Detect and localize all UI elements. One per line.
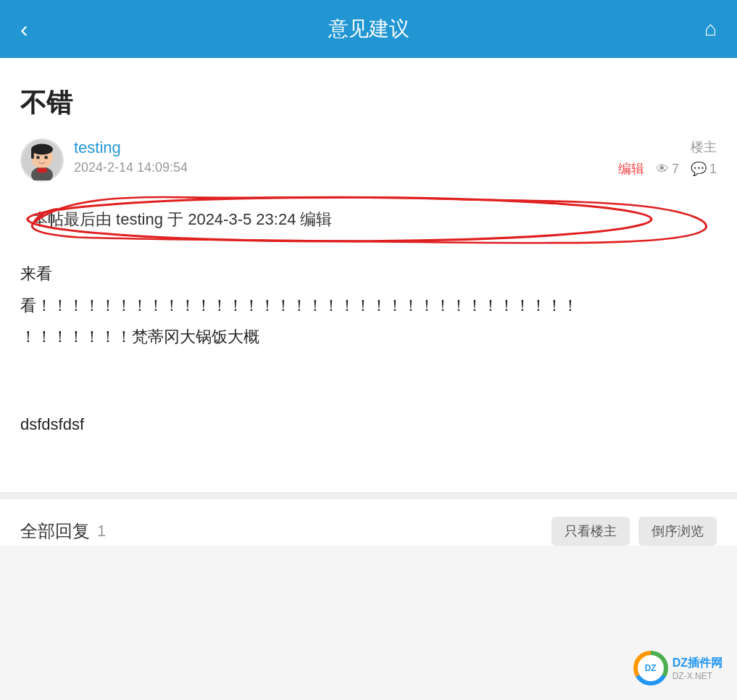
replies-section: 全部回复 1 只看楼主 倒序浏览 [0, 499, 737, 546]
dz-domain: DZ-X.NET [673, 671, 723, 681]
replies-label: 全部回复 [20, 520, 90, 543]
post-meta-right: 楼主 编辑 👁 7 💬 1 [618, 138, 717, 178]
svg-rect-4 [31, 149, 34, 159]
floor-label: 楼主 [691, 138, 717, 156]
section-divider [0, 492, 737, 499]
post-date: 2024-2-14 14:09:54 [74, 160, 188, 175]
post-meta-left: testing 2024-2-14 14:09:54 [20, 138, 188, 182]
replies-count-meta: 1 [709, 162, 717, 177]
svg-point-5 [36, 156, 40, 159]
replies-heading: 全部回复 1 [20, 520, 106, 543]
avatar [20, 138, 64, 182]
main-content: 不错 [0, 58, 737, 492]
author-name[interactable]: testing [74, 138, 188, 157]
author-info: testing 2024-2-14 14:09:54 [74, 138, 188, 175]
edit-button[interactable]: 编辑 [618, 160, 644, 178]
edit-note-wrapper: 本帖最后由 testing 于 2024-3-5 23:24 编辑 [20, 193, 717, 245]
replies-stat: 💬 1 [691, 161, 717, 177]
content-line-1: 来看 [20, 259, 717, 288]
dz-site-name: DZ插件网 [673, 656, 723, 671]
back-button[interactable]: ‹ [20, 17, 28, 41]
post-actions: 编辑 👁 7 💬 1 [618, 160, 717, 178]
post-meta: testing 2024-2-14 14:09:54 楼主 编辑 👁 7 💬 1 [20, 138, 717, 182]
replies-count: 1 [97, 522, 106, 541]
views-count: 7 [672, 162, 679, 177]
eye-icon: 👁 [656, 162, 669, 177]
svg-point-7 [37, 167, 48, 172]
edit-note: 本帖最后由 testing 于 2024-3-5 23:24 编辑 [32, 210, 333, 228]
views-stat: 👁 7 [656, 162, 679, 177]
header-title: 意见建议 [328, 15, 409, 43]
content-line-2: 看！！！！！！！！！！！！！！！！！！！！！！！！！！！！！！！！！！ [20, 291, 717, 320]
replies-actions: 只看楼主 倒序浏览 [551, 517, 717, 546]
comment-icon: 💬 [691, 161, 707, 177]
only-op-button[interactable]: 只看楼主 [551, 517, 630, 546]
home-button[interactable]: ⌂ [704, 17, 717, 41]
dz-badge-text: DZ [645, 663, 657, 673]
reply-list [0, 546, 737, 589]
post-title: 不错 [20, 86, 717, 121]
dz-watermark: DZ DZ插件网 DZ-X.NET [633, 651, 723, 686]
content-line-3: ！！！！！！！梵蒂冈大锅饭大概 [20, 322, 717, 351]
extra-content: dsfdsfdsf [20, 415, 717, 492]
svg-point-6 [44, 156, 48, 159]
post-content: 来看 看！！！！！！！！！！！！！！！！！！！！！！！！！！！！！！！！！！ ！… [20, 259, 717, 372]
svg-point-3 [31, 144, 53, 155]
header: ‹ 意见建议 ⌂ [0, 0, 737, 58]
spacer [20, 372, 717, 415]
reverse-browse-button[interactable]: 倒序浏览 [638, 517, 717, 546]
